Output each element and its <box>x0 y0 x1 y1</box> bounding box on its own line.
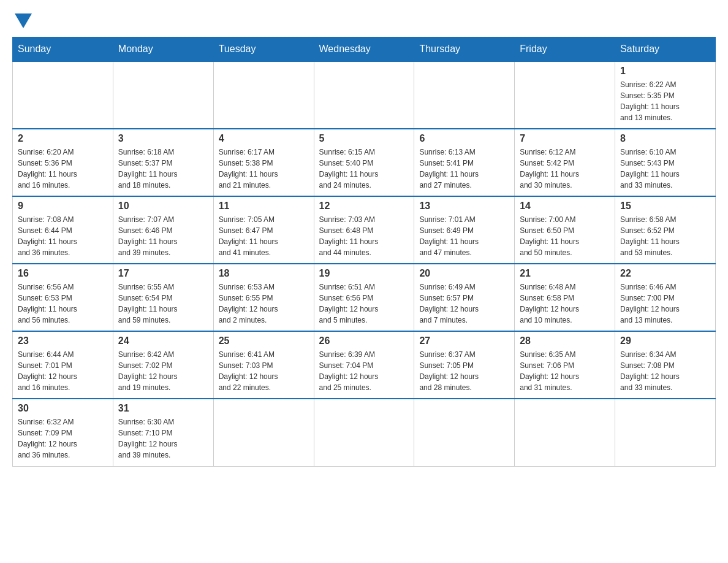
weekday-header-friday: Friday <box>515 37 615 62</box>
calendar-cell: 31Sunrise: 6:30 AM Sunset: 7:10 PM Dayli… <box>113 399 213 466</box>
logo <box>12 12 32 31</box>
weekday-header-sunday: Sunday <box>13 37 113 62</box>
calendar-cell: 13Sunrise: 7:01 AM Sunset: 6:49 PM Dayli… <box>414 196 515 264</box>
day-number: 28 <box>520 335 610 347</box>
day-number: 11 <box>219 201 309 212</box>
day-number: 4 <box>219 133 309 144</box>
calendar-cell: 2Sunrise: 6:20 AM Sunset: 5:36 PM Daylig… <box>13 129 113 196</box>
day-number: 20 <box>419 268 509 279</box>
week-row-2: 2Sunrise: 6:20 AM Sunset: 5:36 PM Daylig… <box>13 129 716 196</box>
calendar-cell <box>113 61 213 129</box>
calendar-cell: 4Sunrise: 6:17 AM Sunset: 5:38 PM Daylig… <box>213 129 314 196</box>
calendar-cell: 10Sunrise: 7:07 AM Sunset: 6:46 PM Dayli… <box>113 196 213 264</box>
logo-triangle-icon <box>15 13 32 28</box>
day-number: 13 <box>419 201 509 212</box>
day-info: Sunrise: 7:07 AM Sunset: 6:46 PM Dayligh… <box>118 214 208 258</box>
day-info: Sunrise: 6:18 AM Sunset: 5:37 PM Dayligh… <box>118 147 208 191</box>
week-row-1: 1Sunrise: 6:22 AM Sunset: 5:35 PM Daylig… <box>13 61 716 129</box>
calendar-table: SundayMondayTuesdayWednesdayThursdayFrid… <box>12 37 716 467</box>
calendar-cell: 26Sunrise: 6:39 AM Sunset: 7:04 PM Dayli… <box>314 331 414 399</box>
day-number: 26 <box>319 335 409 347</box>
day-info: Sunrise: 7:05 AM Sunset: 6:47 PM Dayligh… <box>219 214 309 258</box>
calendar-cell: 30Sunrise: 6:32 AM Sunset: 7:09 PM Dayli… <box>13 399 113 466</box>
day-info: Sunrise: 6:15 AM Sunset: 5:40 PM Dayligh… <box>319 147 409 191</box>
day-number: 7 <box>520 133 610 144</box>
day-number: 22 <box>620 268 710 279</box>
day-number: 15 <box>620 201 710 212</box>
day-number: 16 <box>18 268 108 279</box>
week-row-3: 9Sunrise: 7:08 AM Sunset: 6:44 PM Daylig… <box>13 196 716 264</box>
calendar-cell <box>213 61 314 129</box>
day-number: 12 <box>319 201 409 212</box>
day-info: Sunrise: 6:56 AM Sunset: 6:53 PM Dayligh… <box>18 282 108 326</box>
calendar-cell <box>213 399 314 466</box>
day-number: 17 <box>118 268 208 279</box>
weekday-header-wednesday: Wednesday <box>314 37 414 62</box>
day-info: Sunrise: 6:55 AM Sunset: 6:54 PM Dayligh… <box>118 282 208 326</box>
calendar-cell: 24Sunrise: 6:42 AM Sunset: 7:02 PM Dayli… <box>113 331 213 399</box>
weekday-header-monday: Monday <box>113 37 213 62</box>
calendar-cell: 20Sunrise: 6:49 AM Sunset: 6:57 PM Dayli… <box>414 264 515 331</box>
day-number: 10 <box>118 201 208 212</box>
calendar-cell <box>314 399 414 466</box>
day-number: 24 <box>118 335 208 347</box>
calendar-cell: 28Sunrise: 6:35 AM Sunset: 7:06 PM Dayli… <box>515 331 615 399</box>
weekday-header-saturday: Saturday <box>615 37 716 62</box>
day-number: 27 <box>419 335 509 347</box>
day-info: Sunrise: 6:44 AM Sunset: 7:01 PM Dayligh… <box>18 349 108 393</box>
calendar-cell: 22Sunrise: 6:46 AM Sunset: 7:00 PM Dayli… <box>615 264 716 331</box>
day-number: 21 <box>520 268 610 279</box>
weekday-header-tuesday: Tuesday <box>213 37 314 62</box>
day-number: 23 <box>18 335 108 347</box>
day-info: Sunrise: 6:12 AM Sunset: 5:42 PM Dayligh… <box>520 147 610 191</box>
day-info: Sunrise: 6:34 AM Sunset: 7:08 PM Dayligh… <box>620 349 710 393</box>
day-info: Sunrise: 6:37 AM Sunset: 7:05 PM Dayligh… <box>419 349 509 393</box>
day-number: 29 <box>620 335 710 347</box>
calendar-cell: 15Sunrise: 6:58 AM Sunset: 6:52 PM Dayli… <box>615 196 716 264</box>
calendar-cell: 23Sunrise: 6:44 AM Sunset: 7:01 PM Dayli… <box>13 331 113 399</box>
day-info: Sunrise: 6:30 AM Sunset: 7:10 PM Dayligh… <box>118 416 208 461</box>
day-info: Sunrise: 6:53 AM Sunset: 6:55 PM Dayligh… <box>219 282 309 326</box>
day-info: Sunrise: 6:46 AM Sunset: 7:00 PM Dayligh… <box>620 282 710 326</box>
calendar-cell: 12Sunrise: 7:03 AM Sunset: 6:48 PM Dayli… <box>314 196 414 264</box>
calendar-cell <box>314 61 414 129</box>
day-number: 6 <box>419 133 509 144</box>
day-info: Sunrise: 6:35 AM Sunset: 7:06 PM Dayligh… <box>520 349 610 393</box>
day-number: 14 <box>520 201 610 212</box>
calendar-cell: 6Sunrise: 6:13 AM Sunset: 5:41 PM Daylig… <box>414 129 515 196</box>
day-number: 2 <box>18 133 108 144</box>
calendar-cell: 9Sunrise: 7:08 AM Sunset: 6:44 PM Daylig… <box>13 196 113 264</box>
day-info: Sunrise: 6:41 AM Sunset: 7:03 PM Dayligh… <box>219 349 309 393</box>
calendar-cell: 17Sunrise: 6:55 AM Sunset: 6:54 PM Dayli… <box>113 264 213 331</box>
day-info: Sunrise: 7:03 AM Sunset: 6:48 PM Dayligh… <box>319 214 409 258</box>
day-info: Sunrise: 6:42 AM Sunset: 7:02 PM Dayligh… <box>118 349 208 393</box>
day-number: 30 <box>18 403 108 414</box>
day-info: Sunrise: 6:10 AM Sunset: 5:43 PM Dayligh… <box>620 147 710 191</box>
calendar-cell: 21Sunrise: 6:48 AM Sunset: 6:58 PM Dayli… <box>515 264 615 331</box>
calendar-cell: 19Sunrise: 6:51 AM Sunset: 6:56 PM Dayli… <box>314 264 414 331</box>
weekday-header-row: SundayMondayTuesdayWednesdayThursdayFrid… <box>13 37 716 62</box>
week-row-6: 30Sunrise: 6:32 AM Sunset: 7:09 PM Dayli… <box>13 399 716 466</box>
calendar-cell <box>13 61 113 129</box>
day-info: Sunrise: 7:01 AM Sunset: 6:49 PM Dayligh… <box>419 214 509 258</box>
calendar-cell <box>615 399 716 466</box>
day-number: 1 <box>620 66 710 77</box>
calendar-cell: 5Sunrise: 6:15 AM Sunset: 5:40 PM Daylig… <box>314 129 414 196</box>
page-header <box>12 12 716 31</box>
calendar-cell: 14Sunrise: 7:00 AM Sunset: 6:50 PM Dayli… <box>515 196 615 264</box>
calendar-cell: 18Sunrise: 6:53 AM Sunset: 6:55 PM Dayli… <box>213 264 314 331</box>
calendar-cell: 16Sunrise: 6:56 AM Sunset: 6:53 PM Dayli… <box>13 264 113 331</box>
calendar-cell: 7Sunrise: 6:12 AM Sunset: 5:42 PM Daylig… <box>515 129 615 196</box>
calendar-cell <box>515 399 615 466</box>
day-info: Sunrise: 6:13 AM Sunset: 5:41 PM Dayligh… <box>419 147 509 191</box>
day-info: Sunrise: 6:39 AM Sunset: 7:04 PM Dayligh… <box>319 349 409 393</box>
day-info: Sunrise: 6:51 AM Sunset: 6:56 PM Dayligh… <box>319 282 409 326</box>
day-number: 25 <box>219 335 309 347</box>
svg-marker-0 <box>15 13 32 28</box>
day-info: Sunrise: 6:58 AM Sunset: 6:52 PM Dayligh… <box>620 214 710 258</box>
day-number: 9 <box>18 201 108 212</box>
day-info: Sunrise: 6:32 AM Sunset: 7:09 PM Dayligh… <box>18 416 108 461</box>
calendar-cell: 3Sunrise: 6:18 AM Sunset: 5:37 PM Daylig… <box>113 129 213 196</box>
calendar-cell: 11Sunrise: 7:05 AM Sunset: 6:47 PM Dayli… <box>213 196 314 264</box>
calendar-cell: 27Sunrise: 6:37 AM Sunset: 7:05 PM Dayli… <box>414 331 515 399</box>
